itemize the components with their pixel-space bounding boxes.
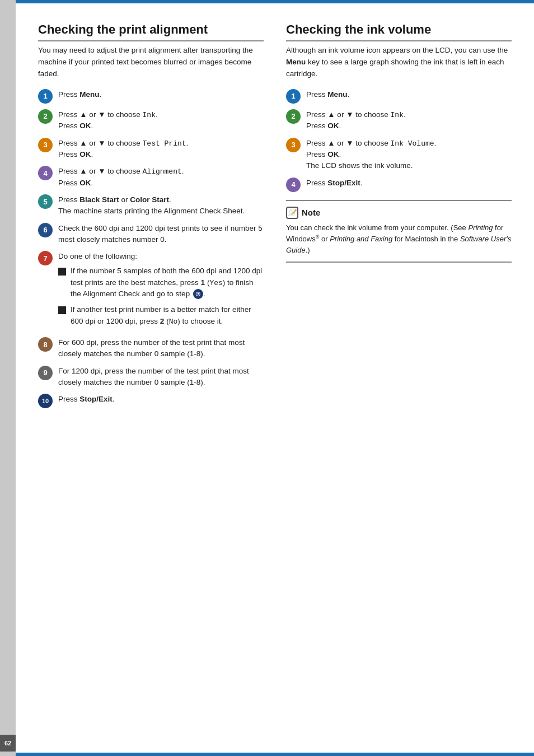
step-item: 9 For 1200 dpi, press the number of the … bbox=[38, 366, 264, 389]
note-icon: 📝 bbox=[286, 207, 298, 219]
left-section-title: Checking the print alignment bbox=[38, 22, 264, 41]
step-item: 1 Press Menu. bbox=[286, 89, 512, 104]
step-item: 3 Press ▲ or ▼ to choose Ink Volume.Pres… bbox=[286, 138, 512, 172]
sub-bullet-text: If the number 5 samples of both the 600 … bbox=[71, 265, 264, 300]
step-number-9: 9 bbox=[38, 366, 53, 380]
step-number-8: 8 bbox=[38, 337, 53, 352]
step-item: 3 Press ▲ or ▼ to choose Test Print.Pres… bbox=[38, 138, 264, 161]
bullet-icon bbox=[58, 306, 66, 314]
content-area: Checking the print alignment You may nee… bbox=[16, 0, 534, 756]
bottom-bar bbox=[16, 753, 534, 756]
sub-bullet-text: If another test print number is a better… bbox=[71, 304, 264, 327]
page-number: 62 bbox=[0, 735, 16, 752]
step-content-6: Check the 600 dpi and 1200 dpi test prin… bbox=[58, 223, 264, 246]
step-content-7: Do one of the following: If the number 5… bbox=[58, 251, 264, 332]
sub-bullet-list: If the number 5 samples of both the 600 … bbox=[58, 265, 264, 327]
step-content-9: For 1200 dpi, press the number of the te… bbox=[58, 366, 264, 389]
top-bar bbox=[16, 0, 534, 3]
sidebar-strip bbox=[0, 0, 16, 756]
left-section-intro: You may need to adjust the print alignme… bbox=[38, 45, 264, 80]
right-step-number-3: 3 bbox=[286, 138, 301, 152]
left-step-list: 1 Press Menu. 2 Press ▲ or ▼ to choose I… bbox=[38, 89, 264, 408]
step-item: 4 Press Stop/Exit. bbox=[286, 178, 512, 192]
step-number-1: 1 bbox=[38, 89, 53, 104]
right-step-content-1: Press Menu. bbox=[306, 89, 349, 100]
right-column: Checking the ink volume Although an ink … bbox=[286, 22, 512, 734]
sub-bullet-item: If another test print number is a better… bbox=[58, 304, 264, 327]
step-number-2: 2 bbox=[38, 109, 53, 124]
step-number-10: 10 bbox=[38, 394, 53, 408]
step-number-6: 6 bbox=[38, 223, 53, 237]
step-content-10: Press Stop/Exit. bbox=[58, 394, 115, 405]
step-number-4: 4 bbox=[38, 166, 53, 180]
step-item: 2 Press ▲ or ▼ to choose Ink.Press OK. bbox=[286, 109, 512, 132]
right-section-intro: Although an ink volume icon appears on t… bbox=[286, 45, 512, 80]
step-content-8: For 600 dpi, press the number of the tes… bbox=[58, 337, 264, 360]
right-step-content-3: Press ▲ or ▼ to choose Ink Volume.Press … bbox=[306, 138, 436, 172]
step-content-1: Press Menu. bbox=[58, 89, 101, 100]
step-content-2: Press ▲ or ▼ to choose Ink.Press OK. bbox=[58, 109, 158, 132]
right-section-title: Checking the ink volume bbox=[286, 22, 512, 41]
step-content-5: Press Black Start or Color Start.The mac… bbox=[58, 194, 245, 217]
note-content: You can check the ink volume from your c… bbox=[286, 222, 512, 256]
sub-bullet-item: If the number 5 samples of both the 600 … bbox=[58, 265, 264, 300]
right-step-number-4: 4 bbox=[286, 178, 301, 192]
two-columns: Checking the print alignment You may nee… bbox=[38, 22, 512, 734]
step-item: 2 Press ▲ or ▼ to choose Ink.Press OK. bbox=[38, 109, 264, 132]
step-item: 8 For 600 dpi, press the number of the t… bbox=[38, 337, 264, 360]
right-step-content-2: Press ▲ or ▼ to choose Ink.Press OK. bbox=[306, 109, 406, 132]
step-item: 4 Press ▲ or ▼ to choose Alignment.Press… bbox=[38, 166, 264, 189]
step-content-4: Press ▲ or ▼ to choose Alignment.Press O… bbox=[58, 166, 184, 189]
note-box: 📝 Note You can check the ink volume from… bbox=[286, 200, 512, 263]
step-item: 7 Do one of the following: If the number… bbox=[38, 251, 264, 332]
step-item: 6 Check the 600 dpi and 1200 dpi test pr… bbox=[38, 223, 264, 246]
left-column: Checking the print alignment You may nee… bbox=[38, 22, 264, 734]
right-step-list: 1 Press Menu. 2 Press ▲ or ▼ to choose I… bbox=[286, 89, 512, 192]
right-step-number-2: 2 bbox=[286, 109, 301, 124]
right-step-content-4: Press Stop/Exit. bbox=[306, 178, 363, 189]
bullet-icon bbox=[58, 268, 66, 276]
step-item: 10 Press Stop/Exit. bbox=[38, 394, 264, 408]
note-title: Note bbox=[302, 208, 320, 217]
step-item: 1 Press Menu. bbox=[38, 89, 264, 104]
step-item: 5 Press Black Start or Color Start.The m… bbox=[38, 194, 264, 217]
note-header: 📝 Note bbox=[286, 207, 512, 219]
inline-step-ref: ⑦ bbox=[193, 289, 203, 299]
step-number-7: 7 bbox=[38, 251, 53, 265]
step-number-5: 5 bbox=[38, 194, 53, 209]
step-number-3: 3 bbox=[38, 138, 53, 152]
right-step-number-1: 1 bbox=[286, 89, 301, 104]
step-content-3: Press ▲ or ▼ to choose Test Print.Press … bbox=[58, 138, 188, 161]
